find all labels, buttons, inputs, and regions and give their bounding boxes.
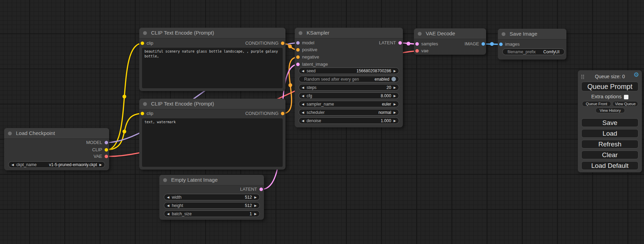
node-load-checkpoint[interactable]: Load Checkpoint MODEL CLIP VAE ◀ ckpt_na…	[4, 128, 109, 170]
widget-filename-prefix[interactable]: filename_prefix ComfyUI	[502, 48, 565, 55]
image-output-dot[interactable]	[482, 42, 485, 46]
latent-image-input-dot[interactable]	[296, 63, 300, 66]
output-slot-latent: LATENT	[159, 186, 264, 193]
clip-output-dot[interactable]	[105, 148, 108, 152]
input-slot-negative: negative	[295, 54, 403, 61]
vae-output-dot[interactable]	[105, 155, 108, 158]
view-history-button[interactable]: View History	[596, 108, 625, 113]
node-collapse-dot[interactable]	[8, 132, 12, 135]
decrement-arrow-icon[interactable]: ◀	[302, 119, 304, 123]
node-title-bar[interactable]: CLIP Text Encode (Prompt)	[139, 99, 285, 109]
link-dot	[289, 83, 292, 87]
widget-sampler-name[interactable]: ◀ sampler_name euler ▶	[299, 101, 399, 107]
node-title-bar[interactable]: KSampler	[295, 28, 403, 38]
node-ksampler[interactable]: KSampler model positive negative latent_…	[295, 28, 403, 127]
input-slot-vae: vae	[414, 47, 486, 54]
increment-arrow-icon[interactable]: ▶	[99, 163, 102, 166]
drag-handle-icon[interactable]	[581, 74, 584, 79]
node-collapse-dot[interactable]	[143, 102, 147, 106]
queue-menu-panel: Queue size: 0 ⚙ Queue Prompt Extra optio…	[578, 70, 642, 172]
link-dot	[490, 42, 494, 46]
load-button[interactable]: Load	[581, 129, 638, 138]
output-slot-conditioning: CONDITIONING	[139, 110, 285, 117]
widget-random-seed-toggle[interactable]: Random seed after every gen enabled	[299, 76, 399, 82]
output-slot-image: IMAGE	[414, 40, 486, 47]
model-output-dot[interactable]	[105, 141, 108, 144]
decrement-arrow-icon[interactable]: ◀	[302, 86, 304, 89]
link-dot	[123, 130, 126, 134]
widget-denoise[interactable]: ◀ denoise 1.000 ▶	[299, 117, 399, 124]
widget-height[interactable]: ◀ height 512 ▶	[164, 202, 260, 209]
negative-input-dot[interactable]	[296, 55, 300, 59]
increment-arrow-icon[interactable]: ▶	[254, 204, 257, 207]
node-collapse-dot[interactable]	[418, 32, 422, 36]
node-clip-text-encode-positive[interactable]: CLIP Text Encode (Prompt) clip CONDITION…	[139, 28, 285, 91]
decrement-arrow-icon[interactable]: ◀	[302, 102, 304, 106]
refresh-button[interactable]: Refresh	[581, 140, 638, 148]
node-title: CLIP Text Encode (Prompt)	[151, 30, 214, 36]
output-slot-latent: LATENT	[295, 39, 403, 46]
node-title: Load Checkpoint	[16, 130, 55, 136]
conditioning-output-dot[interactable]	[281, 112, 284, 115]
decrement-arrow-icon[interactable]: ◀	[302, 94, 304, 98]
node-title-bar[interactable]: VAE Decode	[414, 28, 486, 39]
decrement-arrow-icon[interactable]: ◀	[167, 196, 169, 199]
extra-options-checkbox[interactable]	[624, 95, 628, 99]
conditioning-output-dot[interactable]	[281, 42, 284, 45]
increment-arrow-icon[interactable]: ▶	[394, 102, 396, 106]
node-title-bar[interactable]: Empty Latent Image	[159, 175, 264, 186]
gear-icon[interactable]: ⚙	[634, 71, 639, 79]
node-collapse-dot[interactable]	[299, 31, 302, 35]
node-title-bar[interactable]: CLIP Text Encode (Prompt)	[139, 28, 285, 38]
node-title: Save Image	[510, 31, 537, 37]
images-input-dot[interactable]	[499, 43, 503, 46]
increment-arrow-icon[interactable]: ▶	[394, 69, 396, 73]
widget-batch-size[interactable]: ◀ batch_size 1 ▶	[164, 210, 260, 217]
node-title-bar[interactable]: Save Image	[498, 29, 566, 39]
node-title: KSampler	[307, 30, 329, 36]
node-title-bar[interactable]: Load Checkpoint	[4, 128, 109, 139]
widget-cfg[interactable]: ◀ cfg 8.000 ▶	[299, 92, 399, 99]
negative-prompt-textarea[interactable]: text, watermark	[142, 118, 283, 167]
clear-button[interactable]: Clear	[581, 151, 638, 159]
node-save-image[interactable]: Save Image images filename_prefix ComfyU…	[498, 29, 566, 60]
widget-ckpt-name[interactable]: ◀ ckpt_name v1-5-pruned-emaonly.ckpt ▶	[8, 161, 105, 168]
queue-front-button[interactable]: Queue Front	[582, 101, 611, 107]
increment-arrow-icon[interactable]: ▶	[254, 196, 257, 199]
latent-output-dot[interactable]	[259, 188, 263, 191]
toggle-indicator[interactable]	[391, 77, 396, 81]
increment-arrow-icon[interactable]: ▶	[254, 212, 257, 216]
positive-prompt-textarea[interactable]: beautiful scenery nature glass bottle la…	[142, 48, 283, 88]
increment-arrow-icon[interactable]: ▶	[394, 94, 396, 98]
node-empty-latent-image[interactable]: Empty Latent Image LATENT ◀ width 512 ▶ …	[159, 175, 264, 220]
positive-input-dot[interactable]	[296, 48, 300, 52]
node-collapse-dot[interactable]	[143, 31, 147, 35]
increment-arrow-icon[interactable]: ▶	[394, 86, 396, 89]
decrement-arrow-icon[interactable]: ◀	[11, 163, 14, 166]
node-graph-canvas[interactable]: Load Checkpoint MODEL CLIP VAE ◀ ckpt_na…	[0, 0, 644, 244]
widget-steps[interactable]: ◀ steps 20 ▶	[299, 84, 399, 91]
node-collapse-dot[interactable]	[163, 178, 167, 182]
load-default-button[interactable]: Load Default	[581, 161, 638, 170]
decrement-arrow-icon[interactable]: ◀	[302, 111, 304, 114]
widget-seed[interactable]: ◀ seed 156680208700286 ▶	[299, 67, 399, 74]
decrement-arrow-icon[interactable]: ◀	[167, 212, 169, 216]
latent-output-dot[interactable]	[398, 41, 402, 45]
increment-arrow-icon[interactable]: ▶	[394, 111, 396, 114]
node-vae-decode[interactable]: VAE Decode samples vae IMAGE	[414, 28, 486, 55]
increment-arrow-icon[interactable]: ▶	[394, 119, 396, 123]
node-title: VAE Decode	[426, 30, 455, 36]
input-slot-latent-image: latent_image	[295, 61, 403, 68]
node-clip-text-encode-negative[interactable]: CLIP Text Encode (Prompt) clip CONDITION…	[139, 99, 285, 170]
node-collapse-dot[interactable]	[502, 32, 505, 36]
link-dot	[123, 95, 126, 99]
decrement-arrow-icon[interactable]: ◀	[167, 204, 169, 207]
widget-width[interactable]: ◀ width 512 ▶	[164, 194, 260, 200]
output-slot-conditioning: CONDITIONING	[139, 40, 285, 47]
view-queue-button[interactable]: View Queue	[612, 101, 638, 107]
widget-scheduler[interactable]: ◀ scheduler normal ▶	[299, 109, 399, 116]
vae-input-dot[interactable]	[415, 49, 419, 53]
queue-prompt-button[interactable]: Queue Prompt	[581, 82, 638, 91]
decrement-arrow-icon[interactable]: ◀	[302, 69, 304, 73]
save-button[interactable]: Save	[581, 118, 638, 127]
